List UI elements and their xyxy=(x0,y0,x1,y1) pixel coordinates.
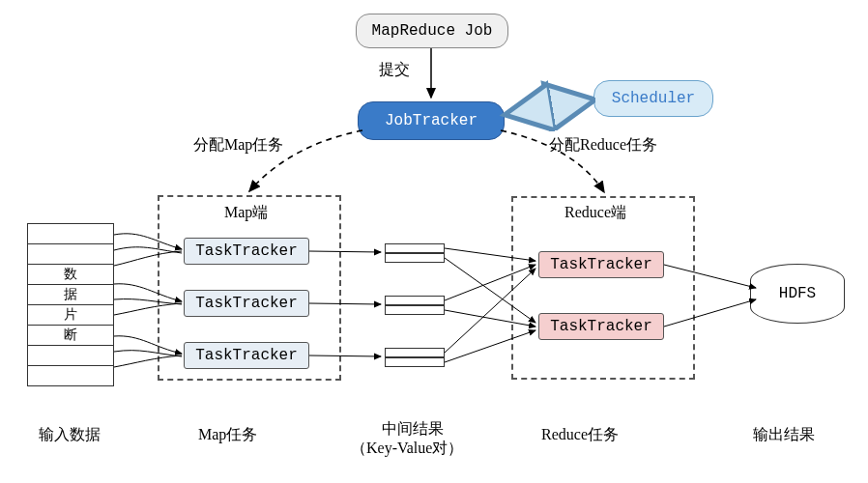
submit-label: 提交 xyxy=(375,60,414,80)
data-cell: 数 xyxy=(27,265,114,285)
bottom-label-output: 输出结果 xyxy=(753,425,815,445)
reduce-tasktracker-2: TaskTracker xyxy=(538,313,664,340)
intermediate-block xyxy=(385,357,445,367)
hdfs-node: HDFS xyxy=(750,264,845,324)
intermediate-block xyxy=(385,296,445,305)
bottom-label-intermediate1: 中间结果 xyxy=(382,419,444,440)
map-tasktracker-2: TaskTracker xyxy=(184,290,309,317)
bottom-label-map: Map任务 xyxy=(198,425,257,445)
intermediate-block xyxy=(385,305,445,315)
data-cell xyxy=(27,223,114,244)
data-cell xyxy=(27,366,114,386)
bottom-label-intermediate2: （Key-Value对） xyxy=(351,439,463,459)
scheduler-node: Scheduler xyxy=(593,80,713,117)
reduce-tasktracker-1: TaskTracker xyxy=(538,251,664,278)
svg-line-4 xyxy=(509,100,591,114)
connections-svg xyxy=(0,0,868,483)
bottom-label-input: 输入数据 xyxy=(39,425,101,445)
data-cell xyxy=(27,244,114,265)
map-side-label: Map端 xyxy=(224,203,268,223)
map-tasktracker-1: TaskTracker xyxy=(184,238,309,265)
intermediate-block xyxy=(385,243,445,253)
jobtracker-node: JobTracker xyxy=(358,101,505,140)
reduce-side-label: Reduce端 xyxy=(564,203,626,223)
data-cell: 断 xyxy=(27,326,114,346)
data-cell xyxy=(27,346,114,366)
input-data-stack: 数 据 片 断 xyxy=(27,223,114,386)
mapreduce-job-node: MapReduce Job xyxy=(356,14,508,48)
bottom-label-reduce: Reduce任务 xyxy=(541,425,619,445)
reduce-side-box xyxy=(511,196,695,380)
assign-map-label: 分配Map任务 xyxy=(193,135,283,156)
intermediate-block xyxy=(385,348,445,357)
assign-reduce-label: 分配Reduce任务 xyxy=(549,135,657,156)
intermediate-block xyxy=(385,253,445,263)
map-tasktracker-3: TaskTracker xyxy=(184,342,309,369)
data-cell: 据 xyxy=(27,285,114,305)
data-cell: 片 xyxy=(27,305,114,326)
